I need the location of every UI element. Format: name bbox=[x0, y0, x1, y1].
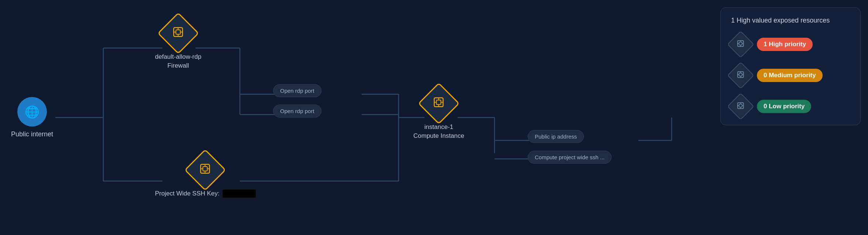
firewall-diamond bbox=[157, 12, 199, 54]
firewall-label: default-allow-rdp Firewall bbox=[155, 52, 202, 70]
open-rdp-tag-2[interactable]: Open rdp port bbox=[273, 105, 321, 117]
open-rdp-tag-1[interactable]: Open rdp port bbox=[273, 84, 321, 97]
medium-priority-chip-icon bbox=[737, 71, 745, 81]
high-priority-badge[interactable]: 1 High priority bbox=[757, 38, 813, 51]
high-priority-icon-wrap bbox=[731, 35, 750, 54]
ssh-key-icon bbox=[199, 162, 212, 178]
compute-instance-node[interactable]: instance-1 Compute Instance bbox=[413, 89, 464, 140]
panel-row-low: 0 Low priority bbox=[731, 97, 850, 116]
low-priority-badge[interactable]: 0 Low priority bbox=[757, 100, 811, 113]
svg-rect-35 bbox=[437, 100, 441, 105]
ssh-key-diamond bbox=[185, 149, 226, 191]
public-internet-node: 🌐 Public internet bbox=[11, 97, 53, 138]
high-priority-diamond bbox=[727, 31, 754, 58]
low-priority-chip-icon bbox=[737, 102, 745, 112]
public-ip-tag[interactable]: Public ip address bbox=[528, 130, 584, 143]
panel-title: 1 High valued exposed resources bbox=[731, 17, 850, 24]
public-internet-label: Public internet bbox=[11, 130, 53, 138]
low-priority-diamond bbox=[727, 93, 754, 120]
public-internet-icon: 🌐 bbox=[17, 97, 47, 127]
ssh-key-node[interactable]: Project Wide SSH Key: bbox=[155, 155, 256, 198]
low-priority-icon-wrap bbox=[731, 97, 750, 116]
firewall-node[interactable]: default-allow-rdp Firewall bbox=[155, 18, 202, 70]
medium-priority-diamond bbox=[727, 62, 754, 89]
svg-rect-23 bbox=[176, 30, 180, 34]
compute-label: instance-1 Compute Instance bbox=[413, 123, 464, 140]
svg-rect-53 bbox=[739, 104, 742, 107]
compute-ssh-tag[interactable]: Compute project wide ssh ... bbox=[528, 151, 612, 164]
panel-row-high: 1 High priority bbox=[731, 35, 850, 54]
redacted-value bbox=[223, 190, 256, 198]
compute-icon bbox=[432, 96, 445, 112]
medium-priority-badge[interactable]: 0 Medium priority bbox=[757, 69, 823, 82]
ssh-key-label: Project Wide SSH Key: bbox=[155, 189, 256, 198]
firewall-icon bbox=[172, 25, 185, 41]
svg-rect-29 bbox=[203, 167, 207, 171]
high-priority-chip-icon bbox=[737, 40, 745, 50]
svg-rect-47 bbox=[739, 73, 742, 76]
panel-row-medium: 0 Medium priority bbox=[731, 66, 850, 85]
medium-priority-icon-wrap bbox=[731, 66, 750, 85]
main-container: 🌐 Public internet default-allow-rdp Fire… bbox=[0, 0, 868, 235]
svg-rect-41 bbox=[739, 42, 742, 45]
compute-diamond bbox=[418, 82, 459, 124]
exposed-resources-panel: 1 High valued exposed resources bbox=[720, 7, 861, 125]
